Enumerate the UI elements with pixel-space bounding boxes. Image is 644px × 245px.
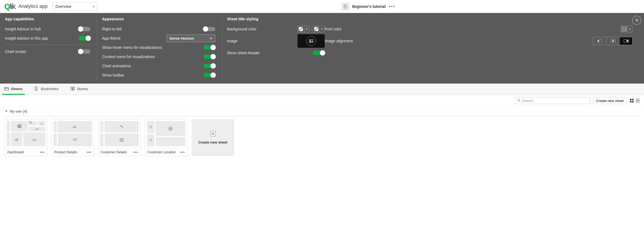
chevron-down-icon: ▼ bbox=[320, 28, 324, 30]
svg-rect-38 bbox=[76, 140, 77, 141]
chart-scripts-toggle[interactable] bbox=[78, 49, 90, 54]
tutorial-app-icon[interactable] bbox=[342, 3, 349, 10]
align-left-button[interactable] bbox=[593, 37, 606, 45]
insight-app-toggle[interactable] bbox=[78, 36, 90, 40]
sheet-card-dashboard[interactable]: #1 bbox=[5, 119, 47, 156]
app-name-label: Analytics app bbox=[18, 4, 48, 9]
sheet-card-product-details[interactable]: Product Details ••• bbox=[52, 119, 94, 156]
select-image-button[interactable] bbox=[298, 34, 325, 48]
svg-rect-21 bbox=[636, 99, 640, 100]
svg-rect-24 bbox=[15, 139, 16, 141]
list-view-button[interactable] bbox=[635, 98, 641, 104]
show-toolbar-label: Show toolbar bbox=[102, 73, 124, 77]
sheet-title-styling-title: Sheet title styling bbox=[227, 17, 325, 21]
font-color-value bbox=[621, 26, 627, 32]
font-color-label: Font color bbox=[325, 27, 342, 31]
chevron-down-icon bbox=[5, 109, 8, 113]
create-new-sheet-card[interactable]: + Create new sheet bbox=[192, 119, 234, 156]
context-menu-toggle[interactable] bbox=[203, 55, 215, 59]
stories-icon bbox=[71, 87, 75, 91]
svg-rect-19 bbox=[630, 101, 632, 103]
svg-rect-32 bbox=[76, 127, 77, 128]
svg-rect-26 bbox=[17, 139, 18, 141]
more-icon[interactable]: ••• bbox=[389, 4, 395, 9]
topbar: Qlik Analytics app Overview ▾ Beginner's… bbox=[0, 0, 644, 13]
overview-tabs: Sheets Bookmarks Stories bbox=[0, 84, 644, 95]
view-toggle bbox=[629, 98, 641, 104]
sheets-icon bbox=[4, 87, 9, 91]
insight-hub-toggle[interactable] bbox=[78, 27, 90, 31]
bg-color-end-swatch[interactable]: ▼ bbox=[313, 26, 325, 32]
align-center-button[interactable] bbox=[606, 37, 619, 45]
view-dropdown[interactable]: Overview ▾ bbox=[52, 2, 97, 11]
svg-rect-17 bbox=[630, 99, 632, 100]
qlik-logo: Qlik bbox=[4, 2, 15, 11]
bg-color-start-swatch[interactable]: ▼ bbox=[298, 26, 310, 32]
tab-stories[interactable]: Stories bbox=[68, 84, 90, 95]
tab-sheets-label: Sheets bbox=[11, 87, 23, 91]
svg-marker-15 bbox=[72, 88, 73, 89]
create-new-sheet-label: Create new sheet bbox=[198, 140, 228, 144]
image-align-group bbox=[593, 37, 633, 45]
grid-view-button[interactable] bbox=[629, 98, 635, 104]
align-right-button[interactable] bbox=[619, 37, 632, 45]
svg-rect-20 bbox=[632, 101, 634, 103]
appearance-title: Appearance bbox=[102, 17, 215, 21]
app-capabilities-title: App capabilities bbox=[5, 17, 90, 21]
close-button[interactable]: ✕ bbox=[632, 16, 641, 25]
tab-bookmarks[interactable]: Bookmarks bbox=[32, 84, 61, 95]
font-color-row: Font color ▼ bbox=[325, 24, 633, 34]
sheet-footer: Product Details ••• bbox=[52, 148, 94, 156]
image-icon bbox=[306, 36, 316, 46]
rtl-row: Right-to-left bbox=[102, 24, 215, 34]
svg-rect-31 bbox=[74, 125, 75, 128]
tab-stories-label: Stories bbox=[77, 87, 88, 91]
image-row: Image bbox=[227, 34, 325, 48]
spacer-title bbox=[325, 17, 633, 21]
search-field[interactable] bbox=[522, 99, 588, 103]
sheet-more-button[interactable]: ••• bbox=[133, 150, 138, 154]
hover-menu-row: Show hover menu for visualizations bbox=[102, 43, 215, 52]
theme-row: App theme Sense Horizon ▼ bbox=[102, 34, 215, 43]
rtl-toggle[interactable] bbox=[203, 27, 215, 31]
svg-rect-23 bbox=[636, 102, 640, 102]
insight-app-row: Insight Advisor in this app bbox=[5, 34, 90, 43]
theme-select[interactable]: Sense Horizon ▼ bbox=[166, 34, 215, 42]
insight-hub-row: Insight Advisor in hub bbox=[5, 24, 90, 34]
show-header-row: Show sheet header bbox=[227, 48, 325, 58]
hover-menu-toggle[interactable] bbox=[203, 45, 215, 50]
sheet-footer: Dashboard ••• bbox=[5, 148, 47, 156]
sheet-more-button[interactable]: ••• bbox=[180, 150, 185, 154]
insight-hub-label: Insight Advisor in hub bbox=[5, 27, 41, 31]
svg-rect-13 bbox=[5, 88, 8, 90]
app-settings-panel: ✕ App capabilities Insight Advisor in hu… bbox=[0, 13, 644, 84]
show-header-toggle[interactable] bbox=[313, 51, 325, 55]
sheets-toolbar: Create new sheet bbox=[0, 95, 644, 107]
appearance-column: Appearance Right-to-left App theme Sense… bbox=[97, 17, 222, 80]
my-own-section-header[interactable]: My own (4) bbox=[0, 107, 644, 116]
sheet-more-button[interactable]: ••• bbox=[40, 150, 45, 154]
chevron-down-icon: ▼ bbox=[210, 37, 212, 40]
create-new-sheet-button[interactable]: Create new sheet bbox=[593, 97, 627, 104]
sheet-title: Customer Details bbox=[101, 150, 127, 154]
topbar-center: Beginner's tutorial ••• bbox=[97, 3, 640, 10]
tab-sheets[interactable]: Sheets bbox=[2, 84, 25, 95]
theme-label: App theme bbox=[102, 36, 121, 40]
svg-rect-30 bbox=[73, 126, 74, 128]
view-dropdown-label: Overview bbox=[55, 4, 71, 9]
svg-rect-8 bbox=[598, 40, 599, 42]
plus-icon: + bbox=[210, 131, 216, 136]
search-input[interactable] bbox=[515, 97, 591, 104]
show-toolbar-toggle[interactable] bbox=[203, 73, 215, 77]
bg-color-row: Background color ▼ - ▼ bbox=[227, 24, 325, 34]
sheet-thumb bbox=[52, 119, 94, 148]
none-swatch-icon bbox=[298, 26, 304, 32]
sheet-card-customer-location[interactable]: Customer Location ••• bbox=[145, 119, 187, 156]
sheet-card-customer-details[interactable]: Customer Details ••• bbox=[98, 119, 141, 156]
font-color-box bbox=[621, 26, 627, 32]
font-color-swatch[interactable]: ▼ bbox=[621, 26, 633, 32]
chart-anim-toggle[interactable] bbox=[203, 64, 215, 68]
context-menu-label: Context menu for visualizations bbox=[102, 55, 155, 59]
sheet-more-button[interactable]: ••• bbox=[87, 150, 91, 154]
sheet-footer: Customer Details ••• bbox=[99, 148, 140, 156]
